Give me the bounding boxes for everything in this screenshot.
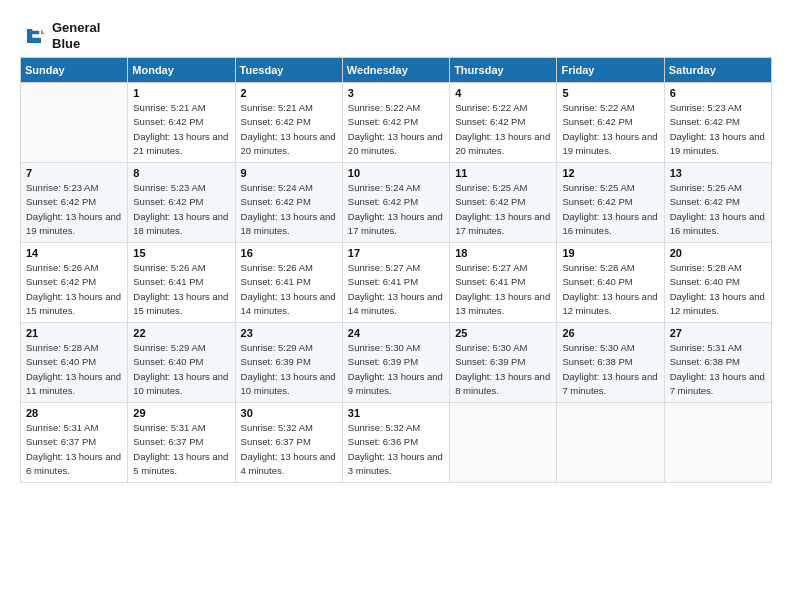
svg-rect-0: [20, 22, 48, 50]
day-number: 19: [562, 247, 658, 259]
day-number: 13: [670, 167, 766, 179]
calendar-week-row: 1 Sunrise: 5:21 AM Sunset: 6:42 PM Dayli…: [21, 83, 772, 163]
calendar-cell: 20 Sunrise: 5:28 AM Sunset: 6:40 PM Dayl…: [664, 243, 771, 323]
day-number: 22: [133, 327, 229, 339]
logo-text: General Blue: [52, 20, 100, 51]
calendar-cell: 29 Sunrise: 5:31 AM Sunset: 6:37 PM Dayl…: [128, 403, 235, 483]
day-number: 27: [670, 327, 766, 339]
day-info: Sunrise: 5:29 AM Sunset: 6:40 PM Dayligh…: [133, 341, 229, 398]
day-info: Sunrise: 5:28 AM Sunset: 6:40 PM Dayligh…: [670, 261, 766, 318]
col-friday: Friday: [557, 58, 664, 83]
day-info: Sunrise: 5:30 AM Sunset: 6:39 PM Dayligh…: [348, 341, 444, 398]
day-info: Sunrise: 5:22 AM Sunset: 6:42 PM Dayligh…: [562, 101, 658, 158]
day-number: 15: [133, 247, 229, 259]
day-number: 24: [348, 327, 444, 339]
col-wednesday: Wednesday: [342, 58, 449, 83]
day-info: Sunrise: 5:28 AM Sunset: 6:40 PM Dayligh…: [562, 261, 658, 318]
col-monday: Monday: [128, 58, 235, 83]
calendar-week-row: 7 Sunrise: 5:23 AM Sunset: 6:42 PM Dayli…: [21, 163, 772, 243]
day-info: Sunrise: 5:28 AM Sunset: 6:40 PM Dayligh…: [26, 341, 122, 398]
calendar-cell: 9 Sunrise: 5:24 AM Sunset: 6:42 PM Dayli…: [235, 163, 342, 243]
day-info: Sunrise: 5:30 AM Sunset: 6:38 PM Dayligh…: [562, 341, 658, 398]
day-info: Sunrise: 5:26 AM Sunset: 6:42 PM Dayligh…: [26, 261, 122, 318]
day-number: 17: [348, 247, 444, 259]
calendar-cell: 22 Sunrise: 5:29 AM Sunset: 6:40 PM Dayl…: [128, 323, 235, 403]
day-info: Sunrise: 5:24 AM Sunset: 6:42 PM Dayligh…: [348, 181, 444, 238]
day-info: Sunrise: 5:21 AM Sunset: 6:42 PM Dayligh…: [133, 101, 229, 158]
calendar-cell: 23 Sunrise: 5:29 AM Sunset: 6:39 PM Dayl…: [235, 323, 342, 403]
calendar-table: Sunday Monday Tuesday Wednesday Thursday…: [20, 57, 772, 483]
col-tuesday: Tuesday: [235, 58, 342, 83]
logo-icon: [20, 22, 48, 50]
day-info: Sunrise: 5:23 AM Sunset: 6:42 PM Dayligh…: [26, 181, 122, 238]
day-number: 26: [562, 327, 658, 339]
calendar-cell: 21 Sunrise: 5:28 AM Sunset: 6:40 PM Dayl…: [21, 323, 128, 403]
day-info: Sunrise: 5:26 AM Sunset: 6:41 PM Dayligh…: [133, 261, 229, 318]
day-info: Sunrise: 5:31 AM Sunset: 6:38 PM Dayligh…: [670, 341, 766, 398]
day-number: 29: [133, 407, 229, 419]
calendar-cell: 2 Sunrise: 5:21 AM Sunset: 6:42 PM Dayli…: [235, 83, 342, 163]
calendar-week-row: 14 Sunrise: 5:26 AM Sunset: 6:42 PM Dayl…: [21, 243, 772, 323]
calendar-cell: 6 Sunrise: 5:23 AM Sunset: 6:42 PM Dayli…: [664, 83, 771, 163]
day-number: 5: [562, 87, 658, 99]
day-number: 7: [26, 167, 122, 179]
day-number: 12: [562, 167, 658, 179]
day-info: Sunrise: 5:23 AM Sunset: 6:42 PM Dayligh…: [133, 181, 229, 238]
calendar-cell: 7 Sunrise: 5:23 AM Sunset: 6:42 PM Dayli…: [21, 163, 128, 243]
day-number: 2: [241, 87, 337, 99]
calendar-cell: 19 Sunrise: 5:28 AM Sunset: 6:40 PM Dayl…: [557, 243, 664, 323]
calendar-cell: 17 Sunrise: 5:27 AM Sunset: 6:41 PM Dayl…: [342, 243, 449, 323]
day-number: 31: [348, 407, 444, 419]
day-info: Sunrise: 5:27 AM Sunset: 6:41 PM Dayligh…: [455, 261, 551, 318]
col-sunday: Sunday: [21, 58, 128, 83]
day-info: Sunrise: 5:26 AM Sunset: 6:41 PM Dayligh…: [241, 261, 337, 318]
day-number: 14: [26, 247, 122, 259]
calendar-week-row: 28 Sunrise: 5:31 AM Sunset: 6:37 PM Dayl…: [21, 403, 772, 483]
day-info: Sunrise: 5:22 AM Sunset: 6:42 PM Dayligh…: [348, 101, 444, 158]
day-info: Sunrise: 5:29 AM Sunset: 6:39 PM Dayligh…: [241, 341, 337, 398]
day-number: 28: [26, 407, 122, 419]
calendar-cell: 13 Sunrise: 5:25 AM Sunset: 6:42 PM Dayl…: [664, 163, 771, 243]
day-info: Sunrise: 5:31 AM Sunset: 6:37 PM Dayligh…: [26, 421, 122, 478]
calendar-cell: 28 Sunrise: 5:31 AM Sunset: 6:37 PM Dayl…: [21, 403, 128, 483]
day-info: Sunrise: 5:22 AM Sunset: 6:42 PM Dayligh…: [455, 101, 551, 158]
calendar-cell: 4 Sunrise: 5:22 AM Sunset: 6:42 PM Dayli…: [450, 83, 557, 163]
day-info: Sunrise: 5:31 AM Sunset: 6:37 PM Dayligh…: [133, 421, 229, 478]
calendar-cell: [557, 403, 664, 483]
day-number: 10: [348, 167, 444, 179]
calendar-cell: 10 Sunrise: 5:24 AM Sunset: 6:42 PM Dayl…: [342, 163, 449, 243]
day-info: Sunrise: 5:23 AM Sunset: 6:42 PM Dayligh…: [670, 101, 766, 158]
calendar-cell: 31 Sunrise: 5:32 AM Sunset: 6:36 PM Dayl…: [342, 403, 449, 483]
calendar-cell: 25 Sunrise: 5:30 AM Sunset: 6:39 PM Dayl…: [450, 323, 557, 403]
calendar-cell: [21, 83, 128, 163]
calendar-cell: 14 Sunrise: 5:26 AM Sunset: 6:42 PM Dayl…: [21, 243, 128, 323]
day-info: Sunrise: 5:25 AM Sunset: 6:42 PM Dayligh…: [455, 181, 551, 238]
calendar-cell: 11 Sunrise: 5:25 AM Sunset: 6:42 PM Dayl…: [450, 163, 557, 243]
calendar-header-row: Sunday Monday Tuesday Wednesday Thursday…: [21, 58, 772, 83]
day-number: 9: [241, 167, 337, 179]
calendar-cell: 15 Sunrise: 5:26 AM Sunset: 6:41 PM Dayl…: [128, 243, 235, 323]
day-number: 6: [670, 87, 766, 99]
day-info: Sunrise: 5:24 AM Sunset: 6:42 PM Dayligh…: [241, 181, 337, 238]
day-info: Sunrise: 5:25 AM Sunset: 6:42 PM Dayligh…: [562, 181, 658, 238]
calendar-cell: 30 Sunrise: 5:32 AM Sunset: 6:37 PM Dayl…: [235, 403, 342, 483]
page-header: General Blue: [20, 20, 772, 51]
day-info: Sunrise: 5:27 AM Sunset: 6:41 PM Dayligh…: [348, 261, 444, 318]
day-number: 3: [348, 87, 444, 99]
calendar-cell: 26 Sunrise: 5:30 AM Sunset: 6:38 PM Dayl…: [557, 323, 664, 403]
day-number: 23: [241, 327, 337, 339]
calendar-cell: 24 Sunrise: 5:30 AM Sunset: 6:39 PM Dayl…: [342, 323, 449, 403]
day-info: Sunrise: 5:32 AM Sunset: 6:37 PM Dayligh…: [241, 421, 337, 478]
calendar-week-row: 21 Sunrise: 5:28 AM Sunset: 6:40 PM Dayl…: [21, 323, 772, 403]
day-number: 30: [241, 407, 337, 419]
day-info: Sunrise: 5:30 AM Sunset: 6:39 PM Dayligh…: [455, 341, 551, 398]
day-number: 25: [455, 327, 551, 339]
col-thursday: Thursday: [450, 58, 557, 83]
day-info: Sunrise: 5:25 AM Sunset: 6:42 PM Dayligh…: [670, 181, 766, 238]
day-number: 1: [133, 87, 229, 99]
day-number: 20: [670, 247, 766, 259]
calendar-cell: 27 Sunrise: 5:31 AM Sunset: 6:38 PM Dayl…: [664, 323, 771, 403]
calendar-cell: 1 Sunrise: 5:21 AM Sunset: 6:42 PM Dayli…: [128, 83, 235, 163]
calendar-cell: 16 Sunrise: 5:26 AM Sunset: 6:41 PM Dayl…: [235, 243, 342, 323]
calendar-cell: 3 Sunrise: 5:22 AM Sunset: 6:42 PM Dayli…: [342, 83, 449, 163]
